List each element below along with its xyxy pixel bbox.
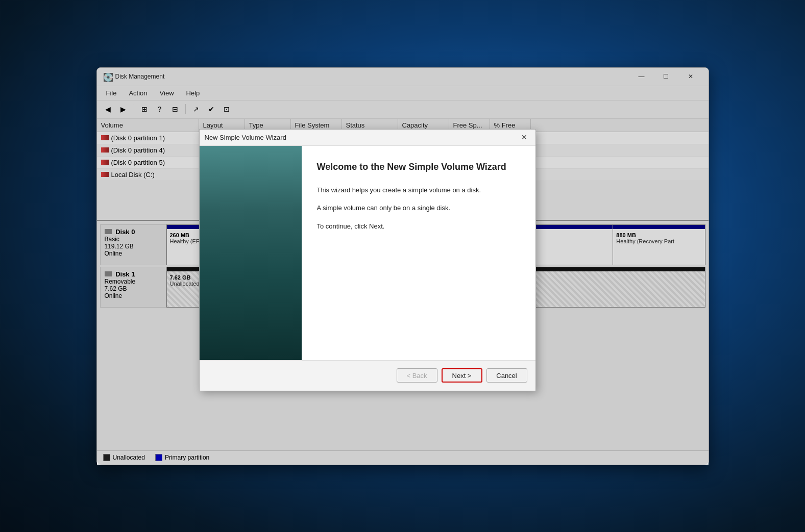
wizard-para-0: This wizard helps you create a simple vo… (317, 185, 520, 195)
wizard-sidebar (200, 146, 302, 360)
wizard-body: Welcome to the New Simple Volume Wizard … (200, 146, 535, 360)
wizard-dialog: New Simple Volume Wizard ✕ Welcome to th… (199, 129, 536, 391)
wizard-content: Welcome to the New Simple Volume Wizard … (302, 146, 535, 360)
modal-overlay: New Simple Volume Wizard ✕ Welcome to th… (97, 68, 709, 465)
wizard-footer: < Back Next > Cancel (200, 360, 535, 391)
wizard-close-button[interactable]: ✕ (518, 131, 530, 143)
back-button[interactable]: < Back (397, 368, 437, 383)
wizard-title: New Simple Volume Wizard (205, 134, 286, 141)
wizard-para-2: To continue, click Next. (317, 221, 520, 232)
next-button[interactable]: Next > (442, 368, 482, 383)
wizard-titlebar: New Simple Volume Wizard ✕ (200, 130, 535, 146)
main-window: 💽 Disk Management — ☐ ✕ File Action View… (96, 67, 709, 465)
cancel-button[interactable]: Cancel (486, 368, 527, 383)
wizard-heading: Welcome to the New Simple Volume Wizard (317, 161, 520, 173)
wizard-para-1: A simple volume can only be on a single … (317, 203, 520, 213)
